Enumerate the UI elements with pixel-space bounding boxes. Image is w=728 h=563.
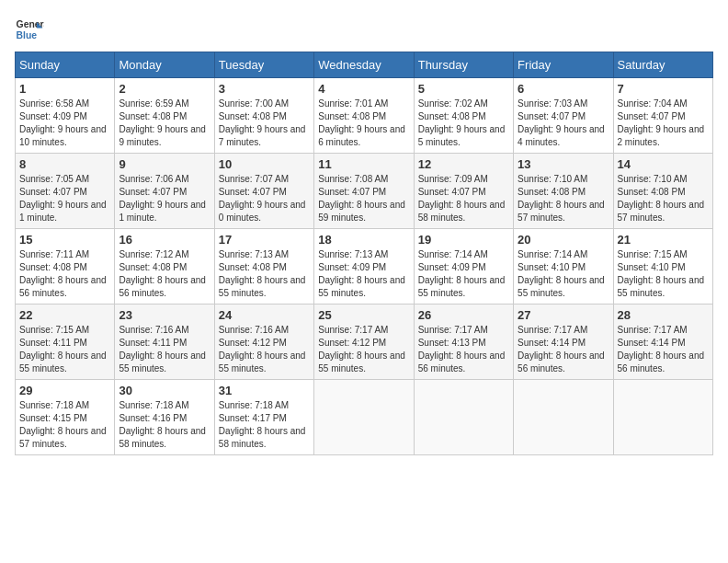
calendar-cell — [613, 380, 712, 455]
calendar-header-row: SundayMondayTuesdayWednesdayThursdayFrid… — [16, 52, 713, 78]
calendar-cell: 6 Sunrise: 7:03 AM Sunset: 4:07 PM Dayli… — [514, 78, 613, 154]
day-number: 23 — [119, 308, 210, 322]
day-content: Sunrise: 7:16 AM Sunset: 4:11 PM Dayligh… — [119, 324, 210, 375]
day-number: 2 — [119, 82, 210, 96]
calendar-cell: 1 Sunrise: 6:58 AM Sunset: 4:09 PM Dayli… — [16, 78, 115, 154]
day-content: Sunrise: 7:09 AM Sunset: 4:07 PM Dayligh… — [418, 173, 509, 224]
day-content: Sunrise: 7:17 AM Sunset: 4:13 PM Dayligh… — [418, 324, 509, 375]
calendar-cell: 4 Sunrise: 7:01 AM Sunset: 4:08 PM Dayli… — [314, 78, 414, 154]
weekday-header: Friday — [514, 52, 613, 78]
calendar-cell: 25 Sunrise: 7:17 AM Sunset: 4:12 PM Dayl… — [314, 304, 414, 380]
day-content: Sunrise: 7:03 AM Sunset: 4:07 PM Dayligh… — [518, 98, 609, 149]
calendar-cell — [314, 380, 414, 455]
day-content: Sunrise: 7:15 AM Sunset: 4:10 PM Dayligh… — [618, 248, 709, 300]
calendar-week-row: 8 Sunrise: 7:05 AM Sunset: 4:07 PM Dayli… — [16, 154, 713, 229]
calendar-cell: 14 Sunrise: 7:10 AM Sunset: 4:08 PM Dayl… — [613, 154, 712, 229]
calendar-cell: 2 Sunrise: 6:59 AM Sunset: 4:08 PM Dayli… — [115, 78, 214, 154]
calendar-cell — [514, 380, 613, 455]
calendar-cell: 12 Sunrise: 7:09 AM Sunset: 4:07 PM Dayl… — [414, 154, 513, 229]
calendar-cell: 23 Sunrise: 7:16 AM Sunset: 4:11 PM Dayl… — [115, 304, 214, 380]
day-content: Sunrise: 7:14 AM Sunset: 4:10 PM Dayligh… — [518, 248, 609, 300]
weekday-header: Monday — [115, 52, 214, 78]
day-content: Sunrise: 7:16 AM Sunset: 4:12 PM Dayligh… — [219, 324, 310, 375]
weekday-header: Sunday — [16, 52, 115, 78]
day-number: 13 — [518, 157, 609, 171]
calendar-cell: 5 Sunrise: 7:02 AM Sunset: 4:08 PM Dayli… — [414, 78, 513, 154]
day-content: Sunrise: 7:01 AM Sunset: 4:08 PM Dayligh… — [318, 98, 409, 149]
calendar-cell: 28 Sunrise: 7:17 AM Sunset: 4:14 PM Dayl… — [613, 304, 712, 380]
svg-text:General: General — [17, 19, 44, 29]
calendar-cell: 8 Sunrise: 7:05 AM Sunset: 4:07 PM Dayli… — [16, 154, 115, 229]
calendar-cell: 13 Sunrise: 7:10 AM Sunset: 4:08 PM Dayl… — [514, 154, 613, 229]
calendar-cell: 26 Sunrise: 7:17 AM Sunset: 4:13 PM Dayl… — [414, 304, 513, 380]
calendar-cell: 19 Sunrise: 7:14 AM Sunset: 4:09 PM Dayl… — [414, 229, 513, 304]
weekday-header: Saturday — [613, 52, 712, 78]
logo: General Blue — [15, 15, 44, 44]
day-number: 18 — [318, 233, 409, 247]
day-number: 6 — [518, 82, 609, 96]
day-content: Sunrise: 7:00 AM Sunset: 4:08 PM Dayligh… — [219, 98, 310, 149]
day-content: Sunrise: 7:18 AM Sunset: 4:15 PM Dayligh… — [19, 399, 110, 451]
weekday-header: Tuesday — [214, 52, 313, 78]
calendar-cell: 30 Sunrise: 7:18 AM Sunset: 4:16 PM Dayl… — [115, 380, 214, 455]
day-number: 19 — [418, 233, 509, 247]
day-content: Sunrise: 7:10 AM Sunset: 4:08 PM Dayligh… — [518, 173, 609, 224]
day-number: 24 — [219, 308, 310, 322]
day-number: 10 — [219, 157, 310, 171]
day-content: Sunrise: 7:17 AM Sunset: 4:12 PM Dayligh… — [318, 324, 409, 375]
calendar-week-row: 22 Sunrise: 7:15 AM Sunset: 4:11 PM Dayl… — [16, 304, 713, 380]
day-content: Sunrise: 6:59 AM Sunset: 4:08 PM Dayligh… — [119, 98, 210, 149]
day-number: 22 — [19, 308, 110, 322]
calendar-cell: 11 Sunrise: 7:08 AM Sunset: 4:07 PM Dayl… — [314, 154, 414, 229]
day-content: Sunrise: 7:17 AM Sunset: 4:14 PM Dayligh… — [518, 324, 609, 375]
day-number: 12 — [418, 157, 509, 171]
calendar-cell: 29 Sunrise: 7:18 AM Sunset: 4:15 PM Dayl… — [16, 380, 115, 455]
day-number: 4 — [318, 82, 409, 96]
day-content: Sunrise: 7:06 AM Sunset: 4:07 PM Dayligh… — [119, 173, 210, 224]
day-number: 29 — [19, 384, 110, 397]
calendar-cell: 20 Sunrise: 7:14 AM Sunset: 4:10 PM Dayl… — [514, 229, 613, 304]
day-number: 26 — [418, 308, 509, 322]
day-content: Sunrise: 7:18 AM Sunset: 4:17 PM Dayligh… — [219, 399, 310, 451]
day-content: Sunrise: 7:15 AM Sunset: 4:11 PM Dayligh… — [19, 324, 110, 375]
day-content: Sunrise: 7:13 AM Sunset: 4:09 PM Dayligh… — [318, 248, 409, 300]
day-number: 21 — [618, 233, 709, 247]
day-number: 30 — [119, 384, 210, 397]
day-number: 9 — [119, 157, 210, 171]
calendar-cell: 15 Sunrise: 7:11 AM Sunset: 4:08 PM Dayl… — [16, 229, 115, 304]
day-number: 28 — [618, 308, 709, 322]
calendar-cell: 24 Sunrise: 7:16 AM Sunset: 4:12 PM Dayl… — [214, 304, 313, 380]
day-number: 15 — [19, 233, 110, 247]
header: General Blue — [15, 15, 713, 44]
day-number: 20 — [518, 233, 609, 247]
day-number: 25 — [318, 308, 409, 322]
calendar-week-row: 29 Sunrise: 7:18 AM Sunset: 4:15 PM Dayl… — [16, 380, 713, 455]
calendar-week-row: 15 Sunrise: 7:11 AM Sunset: 4:08 PM Dayl… — [16, 229, 713, 304]
day-content: Sunrise: 7:18 AM Sunset: 4:16 PM Dayligh… — [119, 399, 210, 451]
calendar-cell: 22 Sunrise: 7:15 AM Sunset: 4:11 PM Dayl… — [16, 304, 115, 380]
calendar-cell — [414, 380, 513, 455]
day-number: 27 — [518, 308, 609, 322]
day-content: Sunrise: 7:07 AM Sunset: 4:07 PM Dayligh… — [219, 173, 310, 224]
day-number: 5 — [418, 82, 509, 96]
calendar-cell: 21 Sunrise: 7:15 AM Sunset: 4:10 PM Dayl… — [613, 229, 712, 304]
day-number: 31 — [219, 384, 310, 397]
weekday-header: Thursday — [414, 52, 513, 78]
calendar-week-row: 1 Sunrise: 6:58 AM Sunset: 4:09 PM Dayli… — [16, 78, 713, 154]
day-number: 11 — [318, 157, 409, 171]
day-content: Sunrise: 7:08 AM Sunset: 4:07 PM Dayligh… — [318, 173, 409, 224]
day-content: Sunrise: 7:10 AM Sunset: 4:08 PM Dayligh… — [618, 173, 709, 224]
day-number: 8 — [19, 157, 110, 171]
calendar-cell: 31 Sunrise: 7:18 AM Sunset: 4:17 PM Dayl… — [214, 380, 313, 455]
day-number: 17 — [219, 233, 310, 247]
day-content: Sunrise: 7:05 AM Sunset: 4:07 PM Dayligh… — [19, 173, 110, 224]
day-number: 1 — [19, 82, 110, 96]
day-number: 3 — [219, 82, 310, 96]
calendar-cell: 7 Sunrise: 7:04 AM Sunset: 4:07 PM Dayli… — [613, 78, 712, 154]
day-content: Sunrise: 6:58 AM Sunset: 4:09 PM Dayligh… — [19, 98, 110, 149]
calendar-cell: 9 Sunrise: 7:06 AM Sunset: 4:07 PM Dayli… — [115, 154, 214, 229]
day-content: Sunrise: 7:02 AM Sunset: 4:08 PM Dayligh… — [418, 98, 509, 149]
day-number: 7 — [618, 82, 709, 96]
day-content: Sunrise: 7:11 AM Sunset: 4:08 PM Dayligh… — [19, 248, 110, 300]
day-content: Sunrise: 7:17 AM Sunset: 4:14 PM Dayligh… — [618, 324, 709, 375]
